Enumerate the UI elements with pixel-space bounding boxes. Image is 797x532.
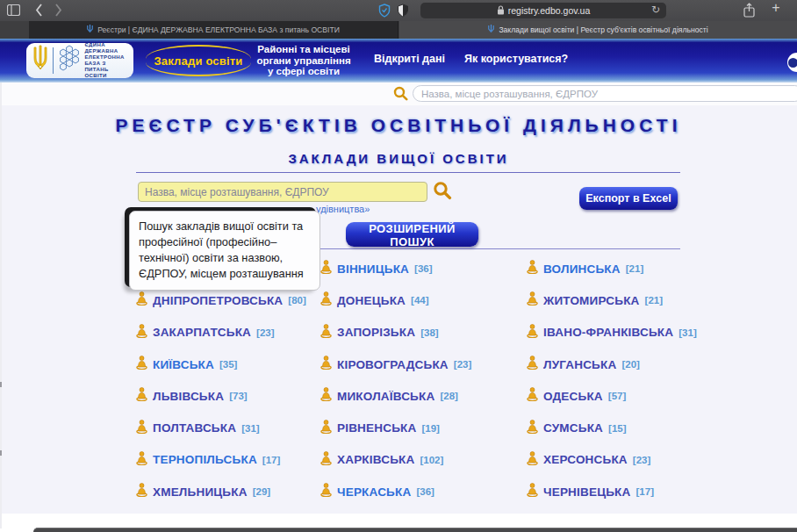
region-link[interactable]: ЗАКАРПАТСЬКА 23 (136, 324, 320, 341)
advanced-search-button[interactable]: РОЗШИРЕНИЙ ПОШУК (346, 222, 478, 247)
region-link[interactable]: ТЕРНОПІЛЬСЬКА 17 (136, 451, 320, 469)
site-header: ЄДИНА ДЕРЖАВНА ЕЛЕКТРОННА БАЗА З ПИТАНЬ … (0, 39, 797, 83)
region-name: ТЕРНОПІЛЬСЬКА (153, 453, 257, 466)
region-count: 23 (256, 327, 274, 338)
person-statue-icon (527, 387, 538, 405)
person-statue-icon (320, 420, 332, 437)
region-name: ДНІПРОПЕТРОВСЬКА (153, 294, 283, 307)
background-window-left-edge (0, 83, 2, 528)
person-statue-icon (527, 451, 538, 469)
region-link[interactable]: ХМЕЛЬНИЦЬКА 29 (136, 483, 320, 500)
region-count: 17 (636, 486, 654, 497)
person-statue-icon (136, 483, 147, 500)
region-count: 31 (679, 327, 696, 338)
region-name: ДОНЕЦЬКА (337, 294, 406, 307)
region-count: 102 (420, 455, 443, 465)
region-name: ІВАНО-ФРАНКІВСЬКА (543, 326, 673, 339)
region-link[interactable]: КІРОВОГРАДСЬКА 23 (320, 356, 527, 373)
browser-toolbar: registry.edbo.gov.ua ↻ + (0, 0, 797, 21)
page-subtitle: ЗАКЛАДИ ВИЩОЇ ОСВІТИ (0, 151, 797, 166)
share-icon[interactable] (743, 3, 755, 18)
region-link[interactable]: МИКОЛАЇВСЬКА 28 (320, 387, 527, 405)
tab-registries[interactable]: Реєстри | ЄДИНА ДЕРЖАВНА ЕЛЕКТРОННА БАЗА… (29, 21, 398, 39)
nav-item-local-authorities[interactable]: Районні та місцеві органи управління у с… (253, 45, 355, 76)
region-name: ЛУГАНСЬКА (543, 358, 616, 371)
region-count: 15 (608, 423, 626, 434)
region-count: 28 (440, 391, 457, 401)
region-count: 73 (229, 391, 247, 401)
person-statue-icon (527, 420, 538, 437)
logo-text: ЄДИНА ДЕРЖАВНА ЕЛЕКТРОННА БАЗА З ПИТАНЬ … (84, 42, 128, 79)
region-count: 23 (454, 359, 471, 370)
region-link[interactable]: ЛЬВІВСЬКА 73 (136, 387, 320, 405)
region-link[interactable]: ХАРКІВСЬКА 102 (320, 451, 527, 469)
registry-search-input[interactable] (138, 182, 427, 202)
region-link[interactable]: ВОЛИНСЬКА 21 (527, 260, 698, 277)
region-link[interactable]: ВІННИЦЬКА 36 (320, 260, 527, 277)
person-statue-icon (527, 324, 538, 341)
person-statue-icon (320, 324, 332, 341)
export-excel-button[interactable]: Експорт в Excel (579, 187, 678, 210)
region-name: ВІННИЦЬКА (337, 262, 409, 276)
region-name: ХЕРСОНСЬКА (543, 453, 628, 466)
tab-bar: Реєстри | ЄДИНА ДЕРЖАВНА ЕЛЕКТРОННА БАЗА… (0, 21, 797, 39)
region-link[interactable]: ДНІПРОПЕТРОВСЬКА 80 (136, 291, 320, 309)
region-link[interactable]: ПОЛТАВСЬКА 31 (136, 420, 320, 437)
person-statue-icon (527, 483, 538, 500)
person-statue-icon (136, 420, 147, 437)
search-submit-button[interactable] (432, 181, 453, 202)
person-statue-icon (320, 260, 332, 277)
edbo-logo[interactable]: ЄДИНА ДЕРЖАВНА ЕЛЕКТРОННА БАЗА З ПИТАНЬ … (26, 43, 133, 78)
region-link[interactable]: СУМСЬКА 15 (527, 420, 698, 437)
region-link[interactable]: ЗАПОРІЗЬКА 38 (320, 324, 527, 341)
region-link[interactable]: ХЕРСОНСЬКА 23 (527, 451, 698, 469)
region-count: 44 (411, 295, 428, 306)
tab-title: Реєстри | ЄДИНА ДЕРЖАВНА ЕЛЕКТРОННА БАЗА… (97, 25, 340, 34)
top-search-input[interactable] (413, 85, 797, 102)
tab-higher-education[interactable]: Заклади вищої освіти | Реєстр суб'єктів … (399, 21, 797, 39)
page-title: РЕЄСТР СУБ'ЄКТІВ ОСВІТНЬОЇ ДІЯЛЬНОСТІ (0, 115, 797, 136)
region-count: 31 (241, 423, 259, 434)
region-name: СУМСЬКА (543, 421, 603, 435)
region-name: ЧЕРКАСЬКА (337, 485, 411, 499)
reload-icon[interactable]: ↻ (651, 4, 660, 16)
privacy-shield-icon[interactable] (378, 4, 391, 18)
person-statue-icon (527, 260, 538, 277)
url-bar[interactable]: registry.edbo.gov.ua ↻ (420, 3, 666, 18)
tab-title: Заклади вищої освіти | Реєстр суб'єктів … (499, 25, 707, 34)
nav-item-how-to-use[interactable]: Як користуватися? (464, 53, 568, 65)
region-link[interactable]: КИЇВСЬКА 35 (136, 356, 320, 373)
region-link[interactable]: ОДЕСЬКА 57 (527, 387, 698, 405)
content-blocker-shield-icon[interactable] (397, 4, 409, 18)
region-link[interactable]: ДОНЕЦЬКА 44 (320, 291, 527, 309)
region-name: ЖИТОМИРСЬКА (543, 294, 640, 307)
region-name: ЗАПОРІЗЬКА (337, 326, 415, 339)
region-link[interactable]: ЖИТОМИРСЬКА 21 (527, 291, 698, 309)
region-count: 36 (414, 263, 432, 274)
region-count: 29 (253, 486, 270, 497)
region-count: 21 (645, 295, 663, 306)
region-link[interactable]: ЧЕРКАСЬКА 36 (320, 483, 527, 500)
nav-item-institutions[interactable]: Заклади освіти (146, 45, 251, 76)
region-link[interactable]: РІВНЕНСЬКА 19 (320, 420, 527, 437)
forward-button-icon[interactable] (54, 4, 62, 17)
person-statue-icon (320, 483, 332, 500)
region-name: ЛЬВІВСЬКА (153, 390, 224, 403)
person-statue-icon (320, 291, 332, 309)
new-tab-icon[interactable]: + (769, 0, 783, 16)
region-link[interactable]: ЛУГАНСЬКА 20 (527, 356, 698, 373)
logo-divider (53, 47, 54, 74)
partial-news-link[interactable]: удівництва» (316, 204, 370, 214)
region-count: 35 (219, 359, 237, 370)
region-name: ЧЕРНІВЕЦЬКА (543, 485, 631, 499)
search-icon (393, 86, 408, 104)
region-link[interactable]: ІВАНО-ФРАНКІВСЬКА 31 (527, 324, 698, 341)
back-button-icon[interactable] (35, 4, 43, 17)
person-statue-icon (527, 291, 538, 309)
region-name: КИЇВСЬКА (153, 358, 214, 371)
nav-item-open-data[interactable]: Відкриті дані (374, 53, 445, 65)
region-link[interactable]: ЧЕРНІВЕЦЬКА 17 (527, 483, 698, 500)
sidebar-toggle-icon[interactable] (7, 4, 20, 16)
url-text: registry.edbo.gov.ua (508, 5, 591, 16)
region-count: 80 (288, 295, 305, 306)
